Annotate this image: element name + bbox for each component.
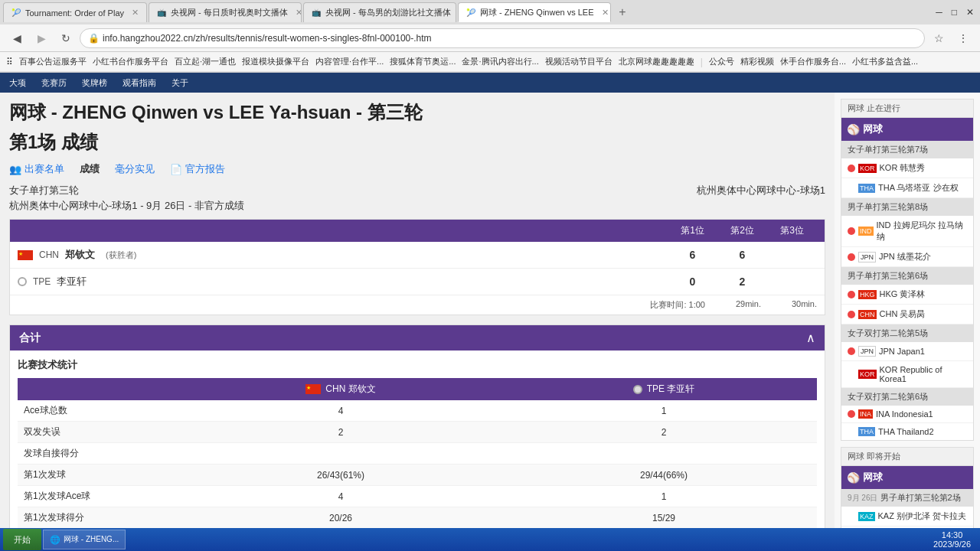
bookmark-7[interactable]: 金景·腾讯内容出行... bbox=[462, 56, 538, 67]
bookmark-1[interactable]: 百事公告运服务平 bbox=[19, 56, 87, 67]
stats-label-5: 第1次发球得分 bbox=[18, 507, 171, 529]
stats-p2-4: 1 bbox=[511, 486, 817, 507]
page-title-line2: 第1场 成绩 bbox=[9, 130, 825, 155]
main-layout: 网球 - ZHENG Qinwen vs LEE Ya-hsuan - 第三轮 … bbox=[0, 93, 980, 551]
bookmark-star-button[interactable]: ☆ bbox=[928, 28, 949, 49]
sidebar-item-tha2[interactable]: THA THA Thailand2 bbox=[841, 423, 973, 440]
bookmark-2[interactable]: 小红书台作服务平台 bbox=[93, 56, 168, 67]
score-table: 第1位 第2位 第3位 CHN 郑钦文 (获胜者) 6 6 bbox=[9, 219, 825, 315]
tab-1[interactable]: 🎾 Tournament: Order of Play ✕ bbox=[3, 2, 147, 22]
stats-row-5: 第1次发球得分20/2615/29 bbox=[18, 507, 817, 529]
stats-label-1: 双发失误 bbox=[18, 422, 171, 443]
stats-p1-4: 4 bbox=[171, 486, 511, 507]
sidebar-item-kr[interactable]: KOR KOR 韩慧秀 bbox=[841, 158, 973, 178]
set1-time: 29min. bbox=[736, 299, 761, 311]
stats-p2-3: 29/44(66%) bbox=[511, 465, 817, 486]
sidebar-item-jpn1[interactable]: JPN JPN 绒墨花介 bbox=[841, 247, 973, 267]
sidebar-item-ind1[interactable]: IND IND 拉姆尼玛尔 拉马纳纳 bbox=[841, 216, 973, 247]
tab-2[interactable]: 📺 央视网 - 每日质时视奥时文播体 ✕ bbox=[149, 2, 302, 22]
site-nav-schedule[interactable]: 竞赛历 bbox=[35, 76, 73, 90]
stats-p1-2 bbox=[171, 443, 511, 465]
stats-player1-name: CHN 郑钦文 bbox=[325, 383, 375, 396]
stats-p1-3: 26/43(61%) bbox=[171, 465, 511, 486]
hkg-flag: HKG bbox=[858, 290, 877, 299]
player2-name: 李亚轩 bbox=[57, 275, 87, 289]
sidebar-item-th[interactable]: THA THA 乌塔塔亚 沙在权 bbox=[841, 178, 973, 198]
jpn-flag: JPN bbox=[858, 252, 876, 262]
venue-full: 杭州奥体中心网球中心-球场1 - 9月 26日 - 非官方成绩 bbox=[9, 199, 825, 213]
dot-icon-red-2 bbox=[848, 227, 855, 235]
player2-country: TPE bbox=[33, 276, 51, 287]
new-tab-button[interactable]: + bbox=[612, 2, 632, 22]
stats-player1-flag bbox=[305, 384, 321, 394]
summary-header[interactable]: 合计 ∧ bbox=[10, 325, 825, 350]
url-text: info.hangzhou2022.cn/zh/results/tennis/r… bbox=[103, 33, 432, 44]
tab-2-close[interactable]: ✕ bbox=[296, 8, 302, 18]
stats-p2-1: 2 bbox=[511, 422, 817, 443]
dot-icon-red-5 bbox=[848, 311, 855, 318]
site-nav-home[interactable]: 大项 bbox=[3, 76, 32, 90]
bookmark-video[interactable]: 精彩视频 bbox=[740, 56, 774, 67]
sidebar-group-5-title: 女子双打第二轮第6场 bbox=[841, 388, 973, 406]
site-nav-watch[interactable]: 观看指南 bbox=[116, 76, 162, 90]
bookmark-xiaohongshu[interactable]: 小红书多益含益... bbox=[852, 56, 918, 67]
address-bar[interactable]: 🔒 info.hangzhou2022.cn/zh/results/tennis… bbox=[80, 28, 925, 48]
bookmark-4[interactable]: 报道模块摄像平台 bbox=[242, 56, 309, 67]
player2-row: TPE 李亚轩 0 2 bbox=[10, 269, 825, 295]
sidebar-item-kor-r1[interactable]: KOR KOR Republic of Korea1 bbox=[841, 361, 973, 388]
bookmark-9[interactable]: 北京网球趣趣趣趣趣 bbox=[619, 56, 694, 67]
sidebar-kaz[interactable]: KAZ KAZ 别伊北泽 贺卡拉夫 bbox=[841, 507, 973, 527]
stats-p2-2 bbox=[511, 443, 817, 465]
back-button[interactable]: ◀ bbox=[6, 28, 28, 49]
stats-p1-0: 4 bbox=[171, 400, 511, 422]
sidebar-item-hkg[interactable]: HKG HKG 黄泽林 bbox=[841, 285, 973, 305]
set2-time: 30min. bbox=[792, 299, 817, 311]
category-label: 女子单打第三轮 bbox=[9, 184, 79, 197]
bookmark-6[interactable]: 搜狐体育节奥运... bbox=[390, 56, 456, 67]
stats-title: 比赛技术统计 bbox=[18, 358, 817, 372]
player2-set1: 0 bbox=[668, 276, 717, 288]
player-jpn-j1: JPN Japan1 bbox=[879, 347, 925, 356]
restore-button[interactable]: □ bbox=[949, 4, 960, 21]
stats-p1-1: 2 bbox=[171, 422, 511, 443]
reload-button[interactable]: ↻ bbox=[55, 28, 77, 49]
site-nav-medals[interactable]: 奖牌榜 bbox=[76, 76, 113, 90]
stats-label-3: 第1次发球 bbox=[18, 465, 171, 486]
stats-col-player1: CHN 郑钦文 bbox=[171, 378, 511, 400]
nav-roster[interactable]: 👥 出赛名单 bbox=[9, 162, 64, 176]
tab-3[interactable]: 📺 央视网 - 每岛男的划游比社文播体 ✕ bbox=[303, 2, 456, 22]
sidebar-item-ina[interactable]: INA INA Indonesia1 bbox=[841, 406, 973, 423]
player-chn: CHN 吴易昺 bbox=[880, 308, 926, 320]
minimize-button[interactable]: ─ bbox=[933, 4, 946, 21]
sidebar-item-chn[interactable]: CHN CHN 吴易昺 bbox=[841, 305, 973, 324]
bookmark-weixin[interactable]: 公众号 bbox=[709, 56, 734, 67]
stats-row-1: 双发失误22 bbox=[18, 422, 817, 443]
bookmark-3[interactable]: 百立起·湖一通也 bbox=[175, 56, 236, 67]
dot-icon-red-7 bbox=[848, 410, 855, 418]
player1-flag bbox=[18, 250, 33, 260]
sidebar-item-jpn-j1[interactable]: JPN JPN Japan1 bbox=[841, 342, 973, 361]
sidebar-tennis-icon-1: ⚾ bbox=[848, 124, 858, 135]
close-button[interactable]: ✕ bbox=[963, 4, 977, 21]
player1-status: (获胜者) bbox=[106, 249, 136, 261]
date-label-1: 9月 26日 bbox=[848, 494, 877, 502]
th-flag: THA bbox=[858, 184, 875, 193]
bookmark-8[interactable]: 视频活动节目平台 bbox=[545, 56, 612, 67]
tab-4[interactable]: 🎾 网球 - ZHENG Qinwen vs LEE ✕ bbox=[458, 2, 611, 22]
nav-official-report[interactable]: 📄 官方报告 bbox=[170, 162, 225, 176]
match-time: 比赛时间: 1:00 bbox=[650, 299, 705, 311]
site-nav-about[interactable]: 关于 bbox=[165, 76, 194, 90]
tab-4-close[interactable]: ✕ bbox=[602, 8, 609, 18]
bookmark-5[interactable]: 内容管理·台作平... bbox=[315, 56, 384, 67]
nav-results[interactable]: 成绩 bbox=[80, 162, 100, 176]
start-button[interactable]: 开始 bbox=[3, 529, 41, 550]
sidebar-active-header-label: 网球 bbox=[863, 122, 883, 136]
player1-country: CHN bbox=[39, 249, 59, 260]
bookmark-service[interactable]: 休手台作服务台... bbox=[780, 56, 846, 67]
nav-realtime[interactable]: 毫分实见 bbox=[115, 162, 155, 176]
taskbar-browser-item[interactable]: 🌐 网球 - ZHENG... bbox=[43, 530, 126, 549]
browser-menu-button[interactable]: ⋮ bbox=[952, 28, 974, 49]
tab-1-close[interactable]: ✕ bbox=[132, 8, 139, 18]
stats-label-2: 发球自接得分 bbox=[18, 443, 171, 465]
forward-button[interactable]: ▶ bbox=[31, 28, 52, 49]
